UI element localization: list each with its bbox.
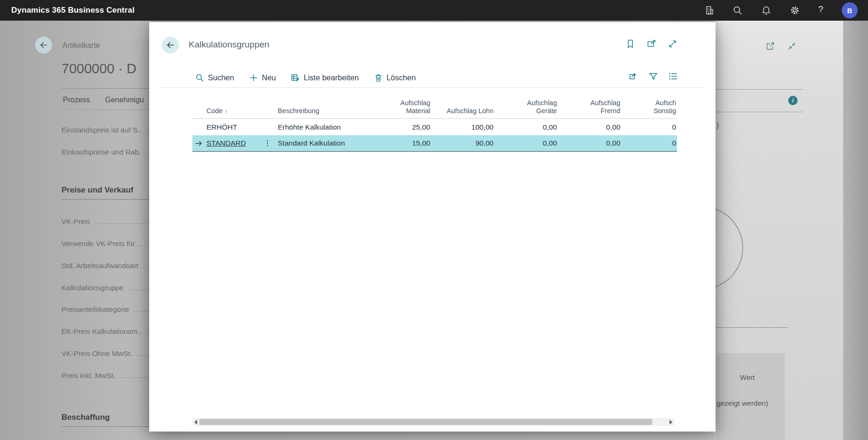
scroll-left-arrow[interactable] bbox=[194, 420, 197, 425]
scrollbar-thumb[interactable] bbox=[199, 419, 652, 425]
cell-beschreibung[interactable]: Standard Kalkulation bbox=[274, 139, 372, 147]
cell-aufschlag-lohn[interactable]: 100,00 bbox=[435, 123, 498, 131]
filter-icon[interactable] bbox=[648, 71, 658, 81]
dotted-leader bbox=[146, 131, 148, 132]
list-view-icon[interactable] bbox=[668, 71, 678, 81]
active-row-arrow-icon bbox=[192, 139, 206, 147]
row-menu-icon[interactable] bbox=[263, 139, 274, 147]
divider bbox=[716, 89, 803, 90]
background-text-fragment: ) bbox=[716, 121, 719, 130]
background-field: Kalkulationsgruppe bbox=[61, 283, 149, 292]
edit-list-button[interactable]: Liste bearbeiten bbox=[291, 73, 358, 82]
search-icon bbox=[195, 73, 204, 82]
cell-aufschlag-material[interactable]: 25,00 bbox=[372, 123, 435, 131]
background-field: Std. Arbeitsaufwandsart bbox=[61, 261, 149, 270]
edit-list-label: Liste bearbeiten bbox=[304, 73, 358, 82]
cell-aufschlag-geraete[interactable]: 0,00 bbox=[498, 139, 562, 147]
dotted-leader bbox=[120, 377, 148, 378]
background-back-button bbox=[35, 37, 52, 54]
cell-aufschlag-lohn[interactable]: 90,00 bbox=[435, 139, 498, 147]
dialog-title: Kalkulationsgruppen bbox=[189, 39, 269, 50]
header-menu-cell bbox=[263, 93, 274, 118]
divider bbox=[716, 112, 803, 112]
top-navigation-bar: Dynamics 365 Business Central bbox=[0, 0, 868, 21]
background-section-heading-preise: Preise und Verkauf bbox=[61, 185, 149, 200]
column-header-aufschlag-sonstiges[interactable]: Aufsch Sonstig bbox=[625, 93, 677, 118]
help-icon[interactable]: ? bbox=[818, 4, 829, 15]
open-in-window-icon bbox=[766, 41, 775, 51]
field-label: VK-Preis Ohne MwSt. bbox=[61, 349, 132, 358]
company-icon[interactable] bbox=[704, 5, 715, 15]
screen: Dynamics 365 Business Central bbox=[0, 0, 868, 440]
new-button[interactable]: Neu bbox=[249, 73, 276, 82]
kalkulationsgruppen-table: Code ↑ Beschreibung Aufschlag Material A… bbox=[192, 93, 677, 152]
background-right-gutter bbox=[843, 21, 868, 440]
background-field: Einstandspreis ist auf S.. bbox=[61, 125, 149, 134]
info-icon: i bbox=[788, 96, 798, 105]
share-icon[interactable] bbox=[629, 71, 639, 81]
divider bbox=[61, 88, 149, 89]
back-arrow-icon bbox=[39, 40, 48, 50]
app-title: Dynamics 365 Business Central bbox=[11, 6, 135, 15]
dotted-leader bbox=[137, 355, 148, 356]
field-label: EK-Preis Kalkulationsm.. bbox=[61, 327, 142, 336]
cell-beschreibung[interactable]: Erhöhte Kalkulation bbox=[274, 123, 372, 131]
plus-icon bbox=[249, 73, 258, 82]
background-field: EK-Preis Kalkulationsm.. bbox=[61, 326, 149, 336]
background-field: Verwende VK-Preis für .. bbox=[61, 239, 149, 248]
background-field: VK-Preis Ohne MwSt. bbox=[61, 348, 149, 358]
background-tab-genehmigung: Genehmigu bbox=[105, 96, 144, 104]
dotted-leader bbox=[143, 267, 148, 268]
table-row-erhoeht[interactable]: ERHÖHT Erhöhte Kalkulation 25,00 100,00 … bbox=[192, 119, 677, 135]
cell-code[interactable]: ERHÖHT bbox=[206, 123, 263, 131]
cell-aufschlag-fremd[interactable]: 0,00 bbox=[562, 139, 625, 147]
background-field: VK-Preis bbox=[61, 216, 149, 226]
delete-button[interactable]: Löschen bbox=[374, 73, 416, 82]
cell-aufschlag-fremd[interactable]: 0,00 bbox=[562, 123, 625, 131]
cell-aufschlag-material[interactable]: 15,00 bbox=[372, 139, 435, 147]
expand-icon[interactable] bbox=[668, 39, 678, 49]
field-label: VK-Preis bbox=[61, 217, 90, 226]
collapse-icon bbox=[787, 41, 797, 51]
user-avatar[interactable]: B bbox=[842, 2, 858, 18]
column-header-code[interactable]: Code ↑ bbox=[206, 93, 263, 118]
delete-label: Löschen bbox=[387, 73, 416, 82]
search-icon[interactable] bbox=[732, 5, 743, 15]
cell-aufschlag-sonstiges[interactable]: 0 bbox=[625, 139, 677, 147]
background-chart-box bbox=[716, 353, 785, 440]
background-field: Einkaufspreise und Rab. bbox=[61, 147, 149, 156]
bookmark-icon[interactable] bbox=[625, 39, 635, 49]
column-header-aufschlag-lohn[interactable]: Aufschlag Lohn bbox=[435, 93, 498, 118]
scroll-right-arrow[interactable] bbox=[670, 420, 672, 425]
column-header-aufschlag-material[interactable]: Aufschlag Material bbox=[372, 93, 435, 118]
cell-code-link[interactable]: STANDARD bbox=[206, 139, 263, 147]
horizontal-scrollbar[interactable] bbox=[192, 418, 674, 426]
dialog-back-button[interactable] bbox=[162, 37, 179, 54]
column-header-beschreibung[interactable]: Beschreibung bbox=[274, 93, 372, 118]
settings-gear-icon[interactable] bbox=[790, 5, 800, 15]
edit-list-icon bbox=[291, 73, 300, 82]
cell-aufschlag-geraete[interactable]: 0,00 bbox=[498, 123, 562, 131]
background-field: Preis inkl. MwSt. bbox=[61, 371, 149, 380]
divider bbox=[716, 327, 788, 328]
cell-aufschlag-sonstiges[interactable]: 0 bbox=[625, 123, 677, 131]
notifications-icon[interactable] bbox=[761, 5, 771, 15]
field-label: Einkaufspreise und Rab. bbox=[61, 148, 141, 156]
background-page-caption: Artikelkarte bbox=[62, 41, 100, 50]
dotted-leader bbox=[145, 154, 148, 154]
kalkulationsgruppen-dialog: Kalkulationsgruppen Suchen bbox=[149, 22, 716, 432]
background-tab-prozess: Prozess bbox=[63, 96, 90, 104]
header-selector-cell bbox=[192, 93, 206, 118]
divider bbox=[160, 87, 705, 88]
new-label: Neu bbox=[262, 73, 276, 82]
table-row-standard-selected[interactable]: STANDARD Standard Kalkulation 15,00 90,0… bbox=[192, 135, 677, 152]
dialog-toolbar: Suchen Neu Liste bearbeiten bbox=[195, 68, 416, 87]
sort-ascending-icon: ↑ bbox=[225, 107, 228, 115]
column-header-aufschlag-geraete[interactable]: Aufschlag Geräte bbox=[498, 93, 562, 118]
table-header-row: Code ↑ Beschreibung Aufschlag Material A… bbox=[192, 93, 677, 119]
column-header-aufschlag-fremd[interactable]: Aufschlag Fremd bbox=[562, 93, 625, 118]
field-label: Kalkulationsgruppe bbox=[61, 284, 123, 292]
open-in-new-window-icon[interactable] bbox=[647, 39, 656, 49]
trash-icon bbox=[374, 73, 383, 82]
search-button[interactable]: Suchen bbox=[195, 73, 234, 82]
